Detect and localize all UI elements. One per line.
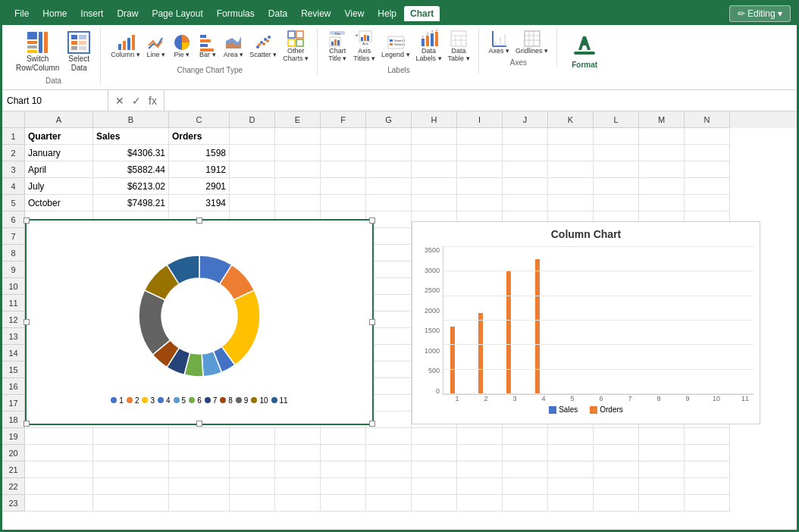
col-header-l[interactable]: L (594, 111, 639, 128)
chart-handle-tc[interactable] (196, 217, 202, 224)
cell[interactable] (639, 445, 685, 462)
col-header-j[interactable]: J (503, 111, 548, 128)
cell-b2[interactable]: $4306.31 (93, 145, 169, 161)
cell-h1[interactable] (412, 128, 457, 145)
cell-k3[interactable] (548, 161, 594, 178)
cell-a1[interactable]: Quarter (25, 128, 93, 145)
col-header-c[interactable]: C (169, 111, 230, 128)
cell-a3[interactable]: April (25, 161, 93, 178)
other-charts-button[interactable]: OtherCharts ▾ (280, 28, 311, 64)
cell[interactable] (366, 462, 412, 478)
col-header-k[interactable]: K (548, 111, 594, 128)
cell-j2[interactable] (503, 145, 548, 161)
cell-n3[interactable] (685, 161, 730, 178)
cell[interactable] (594, 462, 639, 478)
cell[interactable] (25, 462, 93, 478)
insert-function-icon[interactable]: fx (146, 93, 159, 108)
cell-m5[interactable] (639, 195, 685, 211)
cell-a5[interactable]: October (25, 195, 93, 211)
menu-help[interactable]: Help (371, 6, 403, 21)
cell-b1[interactable]: Sales (93, 128, 169, 145)
cell[interactable] (457, 428, 503, 445)
data-labels-button[interactable]: 1 2 3 4 DataLabels ▾ (414, 28, 444, 64)
cell-h4[interactable] (412, 178, 457, 195)
cell-c2[interactable]: 1598 (169, 145, 230, 161)
bar-chart-button[interactable]: Bar ▾ (196, 32, 220, 61)
chart-handle-tr[interactable] (369, 217, 375, 224)
cell-c3[interactable]: 1912 (169, 161, 230, 178)
select-data-button[interactable]: SelectData (64, 28, 94, 75)
cell-f3[interactable] (321, 161, 366, 178)
cell[interactable] (412, 495, 457, 512)
cell[interactable] (230, 428, 275, 445)
cell-e5[interactable] (275, 195, 321, 211)
cell[interactable] (169, 462, 230, 478)
cell[interactable] (93, 495, 169, 512)
cell-l3[interactable] (594, 161, 639, 178)
col-header-e[interactable]: E (275, 111, 321, 128)
chart-handle-bl[interactable] (24, 421, 30, 427)
cell-g3[interactable] (366, 161, 412, 178)
cell-l2[interactable] (594, 145, 639, 161)
cell-f1[interactable] (321, 128, 366, 145)
cell[interactable] (503, 495, 548, 512)
cell[interactable] (412, 445, 457, 462)
legend-button[interactable]: Series 1 Series 2 Legend ▾ (379, 32, 412, 61)
col-header-n[interactable]: N (685, 111, 730, 128)
cell[interactable] (457, 445, 503, 462)
cell[interactable] (275, 428, 321, 445)
name-box[interactable]: Chart 10 (2, 90, 108, 111)
cancel-formula-icon[interactable]: ✕ (113, 93, 127, 108)
cell-f2[interactable] (321, 145, 366, 161)
column-chart-button[interactable]: Column ▾ (108, 32, 143, 61)
cell-n1[interactable] (685, 128, 730, 145)
cell-g2[interactable] (366, 145, 412, 161)
cell-g1[interactable] (366, 128, 412, 145)
cell-c5[interactable]: 3194 (169, 195, 230, 211)
area-chart-button[interactable]: Area ▾ (221, 32, 246, 61)
cell-n5[interactable] (685, 195, 730, 211)
col-header-h[interactable]: H (412, 111, 457, 128)
column-chart[interactable]: Column Chart 3500 3000 2500 2000 1500 10… (412, 221, 760, 424)
cell[interactable] (169, 428, 230, 445)
cell-f5[interactable] (321, 195, 366, 211)
cell[interactable] (169, 478, 230, 495)
gridlines-button[interactable]: Gridlines ▾ (513, 28, 550, 57)
cell-l4[interactable] (594, 178, 639, 195)
cell[interactable] (93, 445, 169, 462)
cell[interactable] (366, 495, 412, 512)
cell-d2[interactable] (230, 145, 275, 161)
cell[interactable] (548, 462, 594, 478)
editing-button[interactable]: ✏ Editing ▾ (729, 5, 791, 22)
switch-row-column-button[interactable]: SwitchRow/Column (13, 28, 62, 75)
cell[interactable] (548, 495, 594, 512)
cell-k2[interactable] (548, 145, 594, 161)
line-chart-button[interactable]: Line ▾ (144, 32, 168, 61)
cell[interactable] (321, 462, 366, 478)
cell-d5[interactable] (230, 195, 275, 211)
cell[interactable] (503, 462, 548, 478)
cell[interactable] (685, 478, 730, 495)
cell[interactable] (93, 428, 169, 445)
cell[interactable] (548, 445, 594, 462)
cell[interactable] (594, 428, 639, 445)
cell-c1[interactable]: Orders (169, 128, 230, 145)
cell[interactable] (457, 462, 503, 478)
cell[interactable] (594, 495, 639, 512)
cell[interactable] (366, 478, 412, 495)
cell-k5[interactable] (548, 195, 594, 211)
cell[interactable] (412, 428, 457, 445)
cell-b5[interactable]: $7498.21 (93, 195, 169, 211)
cell[interactable] (594, 445, 639, 462)
menu-view[interactable]: View (339, 6, 371, 21)
chart-handle-br[interactable] (369, 421, 375, 427)
format-button[interactable]: Format (565, 28, 604, 71)
cell-i4[interactable] (457, 178, 503, 195)
cell-d1[interactable] (230, 128, 275, 145)
cell-m1[interactable] (639, 128, 685, 145)
cell[interactable] (639, 428, 685, 445)
cell-b3[interactable]: $5882.44 (93, 161, 169, 178)
cell-j3[interactable] (503, 161, 548, 178)
cell-d4[interactable] (230, 178, 275, 195)
cell[interactable] (503, 445, 548, 462)
